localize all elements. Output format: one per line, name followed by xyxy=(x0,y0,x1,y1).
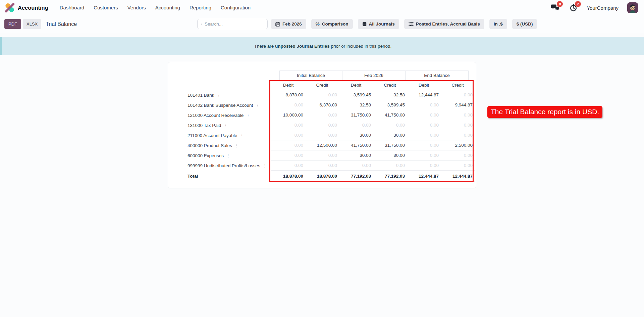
account-row-101401-bank: 101401 Bank⋮8,878.000.003,599.4532.5812,… xyxy=(168,90,476,100)
account-name[interactable]: 999999 Undistributed Profits/Losses⋮ xyxy=(168,161,271,171)
value-cell: 0.00 xyxy=(407,120,441,130)
value-cell: 0.00 xyxy=(339,120,373,130)
value-cell: 0.00 xyxy=(373,161,407,171)
value-cell: 31,750.00 xyxy=(373,140,407,150)
filter-button-in[interactable]: In .$ xyxy=(489,19,507,29)
value-cell: 0.00 xyxy=(441,110,475,120)
filter-button-posted-entries-accrual-basis[interactable]: Posted Entries, Accrual Basis xyxy=(404,19,484,29)
account-name[interactable]: 400000 Product Sales⋮ xyxy=(168,140,271,150)
nav-menu-accounting[interactable]: Accounting xyxy=(151,0,185,15)
debit-credit-header-row: DebitCreditDebitCreditDebitCredit xyxy=(168,80,476,90)
filter-label: Comparison xyxy=(322,21,348,27)
accounting-app-icon[interactable] xyxy=(5,3,15,13)
kebab-menu-icon[interactable]: ⋮ xyxy=(246,113,250,118)
search-icon xyxy=(201,22,202,27)
value-cell: 8,878.00 xyxy=(271,90,305,100)
filter-button-comparison[interactable]: %Comparison xyxy=(311,19,353,29)
value-cell: 6,378.00 xyxy=(305,100,339,110)
value-cell: 0.00 xyxy=(407,110,441,120)
value-cell: 0.00 xyxy=(271,150,305,161)
account-row-999999-undistributed-profits-losses: 999999 Undistributed Profits/Losses⋮0.00… xyxy=(168,161,476,171)
kebab-menu-icon[interactable]: ⋮ xyxy=(263,163,267,168)
value-cell: 0.00 xyxy=(339,161,373,171)
value-cell: 30.00 xyxy=(339,130,373,140)
value-cell: 0.00 xyxy=(407,140,441,150)
nav-menu: DashboardCustomersVendorsAccountingRepor… xyxy=(55,0,255,15)
value-cell: 0.00 xyxy=(305,90,339,100)
value-cell: 10,000.00 xyxy=(271,110,305,120)
account-row-131000-tax-paid: 131000 Tax Paid⋮0.000.000.000.000.000.00 xyxy=(168,120,476,130)
value-cell: 0.00 xyxy=(271,140,305,150)
account-row-400000-product-sales: 400000 Product Sales⋮0.0012,500.0041,750… xyxy=(168,140,476,150)
account-name[interactable]: 600000 Expenses⋮ xyxy=(168,150,271,161)
nav-menu-customers[interactable]: Customers xyxy=(89,0,123,15)
total-row: Total18,878.0018,878.0077,192.0377,192.0… xyxy=(168,171,476,182)
value-cell: 12,444.87 xyxy=(441,171,475,182)
activities-button[interactable]: 2 xyxy=(569,3,578,12)
filter-label: In .$ xyxy=(494,21,503,27)
kebab-menu-icon[interactable]: ⋮ xyxy=(255,103,260,108)
filter-label: Feb 2026 xyxy=(282,21,302,27)
filter-buttons: Feb 2026%ComparisonAll JournalsPosted En… xyxy=(271,19,537,29)
messages-button[interactable]: 8 xyxy=(550,3,560,12)
nav-menu-configuration[interactable]: Configuration xyxy=(216,0,255,15)
value-cell: 0.00 xyxy=(271,130,305,140)
kebab-menu-icon[interactable]: ⋮ xyxy=(234,143,239,148)
value-cell: 77,192.03 xyxy=(373,171,407,182)
value-cell: 30.00 xyxy=(373,130,407,140)
options-sliders-icon xyxy=(409,22,414,26)
value-cell: 12,444.87 xyxy=(407,90,441,100)
kebab-menu-icon[interactable]: ⋮ xyxy=(239,133,244,138)
messages-badge: 8 xyxy=(557,1,563,7)
value-cell: 0.00 xyxy=(441,150,475,161)
filter-button-feb-2026[interactable]: Feb 2026 xyxy=(271,19,306,29)
column-group-feb-2026: Feb 2026 xyxy=(342,71,406,80)
value-cell: 0.00 xyxy=(305,110,339,120)
column-group-initial-balance: Initial Balance xyxy=(279,71,342,80)
percent-icon: % xyxy=(316,21,320,27)
company-switcher[interactable]: YourCompany xyxy=(587,5,619,11)
header-end-balance-credit: Credit xyxy=(441,80,475,90)
value-cell: 41,750.00 xyxy=(373,110,407,120)
search-box[interactable] xyxy=(197,19,268,29)
value-cell: 41,750.00 xyxy=(339,140,373,150)
account-name[interactable]: 101402 Bank Suspense Account⋮ xyxy=(168,100,271,110)
value-cell: 0.00 xyxy=(441,90,475,100)
account-column-spacer xyxy=(168,80,271,90)
total-label: Total xyxy=(168,171,271,182)
user-avatar[interactable] xyxy=(627,2,638,13)
value-cell: 3,599.45 xyxy=(373,100,407,110)
value-cell: 0.00 xyxy=(441,161,475,171)
account-name[interactable]: 121000 Account Receivable⋮ xyxy=(168,110,271,120)
nav-menu-reporting[interactable]: Reporting xyxy=(185,0,216,15)
account-name[interactable]: 101401 Bank⋮ xyxy=(168,90,271,100)
header-initial-balance-debit: Debit xyxy=(271,80,305,90)
header-feb-2026-debit: Debit xyxy=(339,80,373,90)
search-input[interactable] xyxy=(205,21,264,27)
value-cell: 0.00 xyxy=(305,150,339,161)
xlsx-export-button[interactable]: XLSX xyxy=(23,19,41,29)
value-cell: 30.00 xyxy=(373,150,407,161)
value-cell: 32.58 xyxy=(339,100,373,110)
pdf-export-button[interactable]: PDF xyxy=(4,19,21,29)
control-panel: PDF XLSX Trial Balance Feb 2026%Comparis… xyxy=(0,15,644,33)
nav-menu-dashboard[interactable]: Dashboard xyxy=(55,0,89,15)
account-name[interactable]: 131000 Tax Paid⋮ xyxy=(168,120,271,130)
filter-button-usd[interactable]: $ (USD) xyxy=(512,19,537,29)
value-cell: 0.00 xyxy=(441,120,475,130)
app-name[interactable]: Accounting xyxy=(18,5,48,11)
unposted-entries-alert: There are unposted Journal Entries prior… xyxy=(0,37,644,55)
alert-text: There are unposted Journal Entries prior… xyxy=(254,44,392,49)
kebab-menu-icon[interactable]: ⋮ xyxy=(223,123,228,128)
usd-annotation-label: The Trial Balance report is in USD. xyxy=(487,106,602,118)
filter-button-all-journals[interactable]: All Journals xyxy=(358,19,399,29)
value-cell: 0.00 xyxy=(407,130,441,140)
value-cell: 9,944.87 xyxy=(441,100,475,110)
value-cell: 77,192.03 xyxy=(339,171,373,182)
value-cell: 0.00 xyxy=(407,150,441,161)
kebab-menu-icon[interactable]: ⋮ xyxy=(226,153,230,158)
top-navbar: Accounting DashboardCustomersVendorsAcco… xyxy=(0,0,644,15)
nav-menu-vendors[interactable]: Vendors xyxy=(123,0,151,15)
kebab-menu-icon[interactable]: ⋮ xyxy=(217,93,221,98)
account-name[interactable]: 211000 Account Payable⋮ xyxy=(168,130,271,140)
